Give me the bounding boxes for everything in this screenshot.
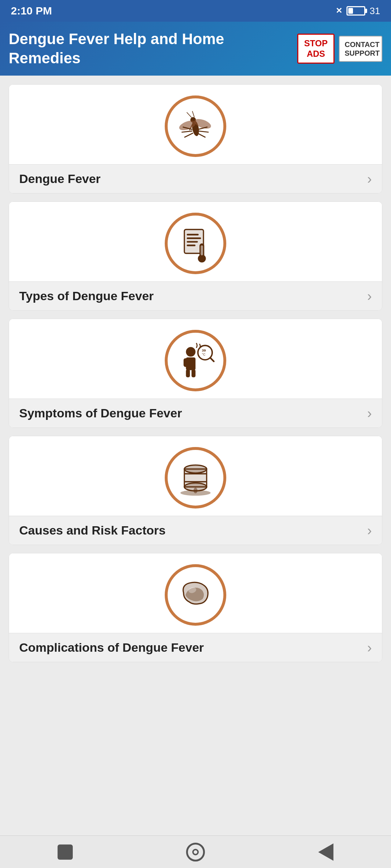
card-label-area-1: Dengue Fever › xyxy=(9,164,382,193)
app-title: Dengue Fever Help and Home Remedies xyxy=(9,30,297,68)
card-label-2: Types of Dengue Fever xyxy=(19,289,154,303)
status-bar: 2:10 PM ✕ 31 xyxy=(0,0,391,22)
battery-icon xyxy=(346,6,365,16)
svg-line-11 xyxy=(187,112,192,118)
nav-bar xyxy=(0,835,391,868)
svg-point-19 xyxy=(198,255,206,263)
svg-rect-16 xyxy=(187,241,198,242)
menu-card-causes[interactable]: Causes and Risk Factors › xyxy=(9,436,382,545)
svg-line-12 xyxy=(192,111,194,117)
card-icon-area-5 xyxy=(9,553,382,633)
battery-x-icon: ✕ xyxy=(336,6,342,16)
card-icon-area-1 xyxy=(9,85,382,164)
card-label-5: Complications of Dengue Fever xyxy=(19,641,204,655)
app-header: Dengue Fever Help and Home Remedies STOP… xyxy=(0,22,391,76)
card-label-area-2: Types of Dengue Fever › xyxy=(9,281,382,310)
svg-rect-26 xyxy=(192,369,196,377)
header-buttons: STOPADS CONTACTSUPPORT xyxy=(297,34,382,64)
document-thermometer-icon xyxy=(165,213,226,274)
svg-point-21 xyxy=(186,347,196,357)
card-label-area-5: Complications of Dengue Fever › xyxy=(9,633,382,662)
svg-rect-24 xyxy=(192,358,196,367)
svg-line-10 xyxy=(197,133,205,137)
svg-rect-15 xyxy=(187,238,201,239)
svg-rect-14 xyxy=(187,234,199,235)
status-icons: ✕ 31 xyxy=(336,5,380,17)
nav-home-icon xyxy=(186,843,205,861)
nav-back-button[interactable] xyxy=(311,838,340,867)
svg-rect-17 xyxy=(187,244,196,246)
contact-support-button[interactable]: CONTACTSUPPORT xyxy=(339,36,382,62)
svg-rect-23 xyxy=(184,358,188,367)
chevron-right-4: › xyxy=(367,524,372,537)
battery-level: 31 xyxy=(370,5,380,17)
chevron-right-3: › xyxy=(367,407,372,420)
svg-text:°C: °C xyxy=(202,353,206,356)
chevron-right-1: › xyxy=(367,172,372,186)
svg-rect-20 xyxy=(201,246,203,256)
card-icon-area-4 xyxy=(9,436,382,516)
svg-line-7 xyxy=(184,133,193,137)
main-content: Dengue Fever › T xyxy=(0,76,391,839)
menu-card-complications[interactable]: Complications of Dengue Fever › xyxy=(9,553,382,662)
card-label-area-3: Symptoms of Dengue Fever › xyxy=(9,399,382,427)
svg-rect-25 xyxy=(186,369,190,377)
card-label-area-4: Causes and Risk Factors › xyxy=(9,516,382,545)
chevron-right-5: › xyxy=(367,641,372,655)
card-label-1: Dengue Fever xyxy=(19,172,101,186)
card-label-4: Causes and Risk Factors xyxy=(19,523,165,537)
barrel-icon xyxy=(165,447,226,509)
card-icon-area-2 xyxy=(9,202,382,281)
status-time: 2:10 PM xyxy=(11,5,52,17)
nav-recent-button[interactable] xyxy=(51,838,80,867)
organ-icon xyxy=(165,564,226,626)
nav-home-inner-icon xyxy=(192,849,199,855)
card-icon-area-3: 39 °C xyxy=(9,319,382,399)
menu-card-types[interactable]: Types of Dengue Fever › xyxy=(9,201,382,311)
menu-card-symptoms[interactable]: 39 °C Symptoms of Dengue Fever › xyxy=(9,319,382,428)
chevron-right-2: › xyxy=(367,289,372,303)
svg-text:39: 39 xyxy=(202,348,206,352)
svg-line-31 xyxy=(210,358,214,361)
svg-line-9 xyxy=(198,131,209,132)
svg-line-6 xyxy=(182,131,193,132)
stop-ads-button[interactable]: STOPADS xyxy=(297,34,335,64)
nav-home-button[interactable] xyxy=(181,838,210,867)
nav-square-icon xyxy=(58,844,73,860)
menu-card-dengue-fever[interactable]: Dengue Fever › xyxy=(9,84,382,193)
fever-person-icon: 39 °C xyxy=(165,330,226,391)
mosquito-icon xyxy=(165,95,226,157)
card-label-3: Symptoms of Dengue Fever xyxy=(19,406,182,420)
battery-fill xyxy=(348,8,353,14)
svg-point-38 xyxy=(194,488,198,493)
nav-back-icon xyxy=(318,843,333,861)
